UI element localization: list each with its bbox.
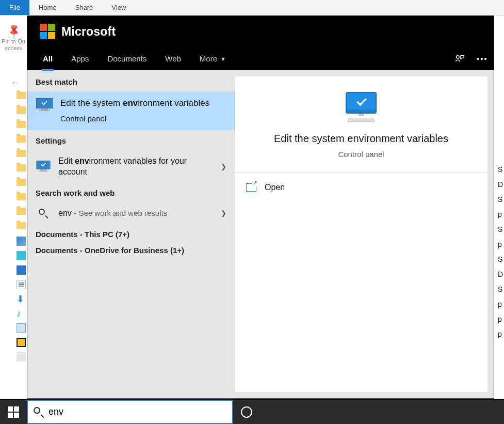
explorer-ribbon: File Home Share View — [0, 0, 504, 15]
flyout-header: Microsoft All Apps Documents Web More ▼ … — [27, 16, 494, 70]
scope-more[interactable]: More ▼ — [190, 47, 235, 70]
start-button[interactable] — [0, 400, 27, 424]
back-arrow-icon[interactable]: ← — [10, 77, 20, 88]
web-result-env[interactable]: env - See work and web results ❯ — [27, 202, 235, 224]
taskbar-search-input[interactable] — [48, 406, 226, 417]
detail-hero: Edit the system environment variables Co… — [235, 76, 487, 172]
cortana-button[interactable] — [233, 400, 260, 424]
action-open-label: Open — [265, 183, 285, 192]
scope-documents[interactable]: Documents — [98, 47, 156, 70]
pin-label-2: access — [5, 45, 22, 52]
start-search-flyout: Microsoft All Apps Documents Web More ▼ … — [27, 15, 494, 399]
scope-more-label: More — [200, 54, 217, 63]
quick-access-pin: 📌 Pin to Qu access — [0, 15, 27, 52]
ribbon-file-tab[interactable]: File — [0, 0, 29, 15]
results-column: Best match Edit the system environment v… — [27, 70, 235, 398]
brand-name: Microsoft — [61, 25, 116, 39]
microsoft-logo-icon — [40, 24, 55, 39]
monitor-checkmark-icon — [36, 99, 53, 111]
search-icon — [36, 209, 51, 218]
detail-pane: Edit the system environment variables Co… — [235, 76, 487, 392]
documents-onedrive-heading[interactable]: Documents - OneDrive for Business (1+) — [27, 244, 235, 260]
best-match-title: Edit the system environment variables — [60, 98, 209, 109]
windows-logo-icon — [8, 406, 19, 418]
action-open[interactable]: Open — [242, 177, 480, 198]
scope-web[interactable]: Web — [156, 47, 190, 70]
chevron-right-icon: ❯ — [221, 163, 226, 170]
brand-row: Microsoft — [27, 16, 494, 47]
right-edge-truncated-text: S D S p S p S D S p p p — [498, 162, 503, 342]
chevron-down-icon: ▼ — [220, 56, 226, 62]
settings-result-label: Edit environment variables for your acco… — [58, 155, 214, 177]
best-match-heading: Best match — [27, 70, 235, 91]
ribbon-view-tab[interactable]: View — [102, 0, 135, 15]
feedback-icon[interactable] — [448, 53, 471, 65]
pin-icon: 📌 — [5, 22, 23, 40]
best-match-subtitle: Control panel — [60, 114, 209, 123]
detail-subtitle: Control panel — [338, 150, 384, 159]
more-options-icon[interactable]: ••• — [471, 54, 494, 63]
detail-actions: Open — [235, 172, 487, 202]
documents-thispc-heading[interactable]: Documents - This PC (7+) — [27, 224, 235, 244]
ribbon-home-tab[interactable]: Home — [29, 0, 66, 15]
chevron-right-icon: ❯ — [221, 209, 226, 217]
taskbar — [0, 399, 504, 424]
settings-heading: Settings — [27, 130, 235, 150]
search-work-web-heading: Search work and web — [27, 182, 235, 202]
scope-apps[interactable]: Apps — [62, 47, 98, 70]
detail-title: Edit the system environment variables — [274, 133, 448, 145]
open-external-icon — [246, 183, 256, 192]
web-result-label: env - See work and web results — [58, 208, 214, 218]
background-sidebar-icons: ⬇ ♪ — [17, 92, 27, 367]
cortana-ring-icon — [241, 406, 252, 418]
flyout-body: Best match Edit the system environment v… — [27, 70, 494, 398]
search-scope-tabs: All Apps Documents Web More ▼ ••• — [27, 47, 494, 70]
ribbon-share-tab[interactable]: Share — [66, 0, 103, 15]
settings-result-env-account[interactable]: Edit environment variables for your acco… — [27, 150, 235, 182]
monitor-icon — [36, 160, 51, 172]
best-match-result[interactable]: Edit the system environment variables Co… — [27, 91, 235, 130]
taskbar-remainder — [260, 400, 504, 424]
svg-point-0 — [457, 55, 460, 58]
taskbar-search-box[interactable] — [27, 400, 233, 424]
scope-all[interactable]: All — [40, 47, 62, 70]
monitor-checkmark-large-icon — [347, 93, 376, 122]
search-icon — [34, 407, 44, 417]
